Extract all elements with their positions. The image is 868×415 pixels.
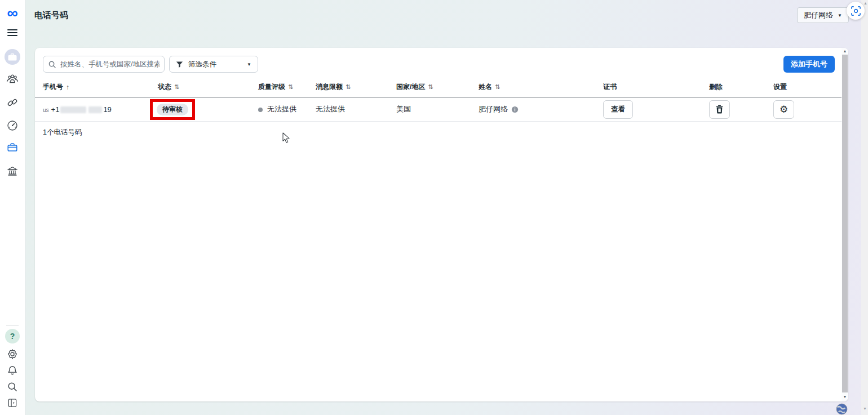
settings-button[interactable]: ⚙ <box>773 100 794 119</box>
search-icon <box>48 60 56 69</box>
notifications-button[interactable] <box>7 365 18 376</box>
table-header-row: 手机号 ↑ 状态 ⇅ 质量评级 ⇅ 消息限额 ⇅ 国家/地区 ⇅ 姓名 ⇅ 证书… <box>35 82 848 97</box>
settings-sidebar-button[interactable] <box>7 349 18 360</box>
scroll-up-icon[interactable]: ▲ <box>842 49 848 53</box>
gear-icon <box>7 349 18 360</box>
filter-dropdown[interactable]: 筛选条件 ▼ <box>169 56 258 73</box>
search-input[interactable] <box>43 56 165 73</box>
mouse-cursor <box>282 132 290 146</box>
hamburger-menu-icon[interactable] <box>7 29 17 37</box>
phone-suffix: 19 <box>103 105 111 114</box>
column-header-certificate: 证书 <box>603 82 709 92</box>
filter-label: 筛选条件 <box>188 60 216 69</box>
toolbar: 筛选条件 ▼ 添加手机号 <box>35 48 848 73</box>
table-row: us+119 待审核 无法提供 无法提供 美国 肥仔网络 查看 <box>35 97 848 122</box>
column-header-status[interactable]: 状态 ⇅ <box>158 82 258 92</box>
funnel-icon <box>176 61 183 68</box>
collapse-panel-button[interactable] <box>7 398 18 408</box>
status-highlight-box <box>150 99 195 120</box>
info-icon[interactable] <box>511 106 519 113</box>
sidebar-item-bank[interactable] <box>7 166 18 177</box>
panel-toggle-icon <box>7 398 18 408</box>
phone-prefix: +1 <box>51 105 60 114</box>
sort-icon: ⇅ <box>428 83 432 91</box>
delete-cell <box>709 100 773 119</box>
scrollbar-thumb[interactable] <box>842 55 848 392</box>
delete-button[interactable] <box>709 100 730 119</box>
viewfinder-icon <box>851 6 861 16</box>
meta-logo-icon[interactable]: ∞ <box>7 5 17 21</box>
settings-cell: ⚙ <box>773 100 848 119</box>
country-cell: 美国 <box>396 104 479 114</box>
quality-cell: 无法提供 <box>258 104 316 114</box>
sort-asc-icon: ↑ <box>66 83 69 91</box>
browser-scroll-down-icon[interactable]: ▼ <box>863 407 867 410</box>
business-selector[interactable]: 肥仔网络 ▼ <box>797 7 849 23</box>
business-avatar[interactable] <box>5 49 20 65</box>
scroll-down-icon[interactable]: ▼ <box>842 395 848 399</box>
name-cell: 肥仔网络 <box>479 104 603 114</box>
phone-number-cell: us+119 <box>43 105 158 114</box>
limit-cell: 无法提供 <box>316 104 396 114</box>
briefcase-avatar-icon <box>8 53 17 61</box>
redacted-digits <box>60 106 86 113</box>
column-header-phone[interactable]: 手机号 ↑ <box>43 82 158 92</box>
sort-icon: ⇅ <box>495 83 499 91</box>
column-header-quality[interactable]: 质量评级 ⇅ <box>258 82 316 92</box>
sort-icon: ⇅ <box>346 83 350 91</box>
country-code-label: us <box>43 107 49 113</box>
sidebar-item-business-active[interactable] <box>7 142 18 153</box>
status-cell: 待审核 <box>158 104 258 115</box>
redacted-digits <box>88 106 102 113</box>
quality-dot-icon <box>258 108 263 112</box>
sidebar-divider <box>6 325 19 325</box>
column-header-country[interactable]: 国家/地区 ⇅ <box>396 82 479 92</box>
trash-icon <box>715 105 724 114</box>
gauge-icon <box>7 120 18 131</box>
certificate-cell: 查看 <box>603 100 709 119</box>
sidebar: ∞ <box>0 0 25 415</box>
display-name: 肥仔网络 <box>479 104 508 114</box>
language-globe-icon[interactable] <box>836 403 848 415</box>
add-phone-button[interactable]: 添加手机号 <box>783 56 835 73</box>
sidebar-item-dashboard[interactable] <box>7 120 18 131</box>
help-button[interactable]: ? <box>5 329 20 343</box>
view-certificate-button[interactable]: 查看 <box>603 100 633 119</box>
business-selector-label: 肥仔网络 <box>804 10 833 20</box>
extension-capture-button[interactable] <box>847 2 865 20</box>
topbar: 电话号码 肥仔网络 ▼ <box>25 0 868 31</box>
gear-icon: ⚙ <box>780 105 788 114</box>
page-title: 电话号码 <box>34 10 68 21</box>
briefcase-icon <box>7 142 18 153</box>
bank-icon <box>7 166 18 177</box>
browser-scrollbar-strip <box>861 0 868 415</box>
sort-icon: ⇅ <box>174 83 179 91</box>
chevron-down-icon: ▼ <box>838 13 842 18</box>
people-icon <box>6 74 19 83</box>
column-header-delete: 删除 <box>709 82 773 92</box>
search-icon <box>7 381 18 392</box>
column-header-name[interactable]: 姓名 ⇅ <box>479 82 603 92</box>
link-icon <box>7 97 18 108</box>
sidebar-item-people[interactable] <box>6 74 19 83</box>
sort-icon: ⇅ <box>288 83 293 91</box>
search-sidebar-button[interactable] <box>7 381 18 392</box>
column-header-limit[interactable]: 消息限额 ⇅ <box>316 82 396 92</box>
phone-numbers-panel: 筛选条件 ▼ 添加手机号 手机号 ↑ 状态 ⇅ 质量评级 ⇅ 消息限额 ⇅ 国家… <box>35 48 848 401</box>
browser-scroll-up-icon[interactable]: ▲ <box>863 1 867 5</box>
column-header-settings: 设置 <box>773 82 848 92</box>
bell-icon <box>7 365 18 376</box>
sidebar-item-link[interactable] <box>7 97 18 108</box>
phone-count-summary: 1个电话号码 <box>43 128 848 137</box>
chevron-down-icon: ▼ <box>247 62 251 67</box>
help-label: ? <box>10 332 15 341</box>
quality-value: 无法提供 <box>267 105 296 113</box>
panel-scrollbar[interactable]: ▲ ▼ <box>842 48 848 401</box>
